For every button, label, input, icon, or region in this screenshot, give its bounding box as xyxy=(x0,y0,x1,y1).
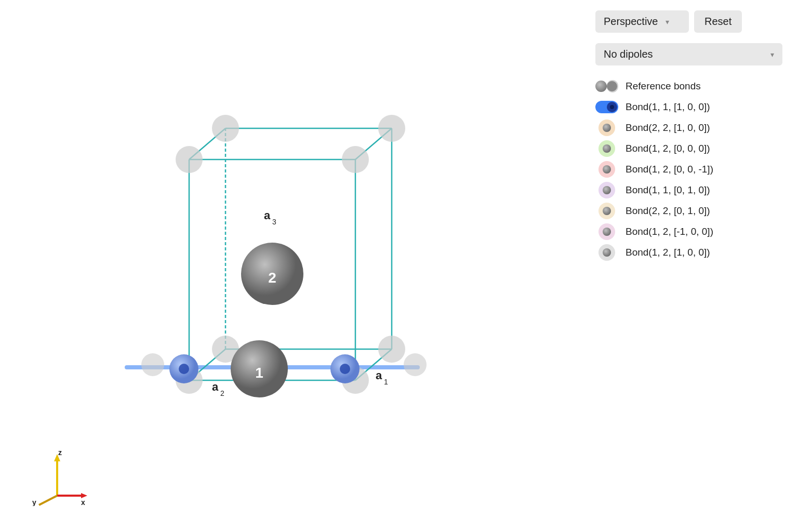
perspective-label: Perspective xyxy=(604,16,658,28)
svg-marker-41 xyxy=(81,493,87,498)
legend-icon-bond-1-2--100 xyxy=(595,224,618,239)
svg-text:2: 2 xyxy=(220,389,224,397)
legend-list: Reference bondsBond(1, 1, [1, 0, 0])Bond… xyxy=(595,78,782,261)
viewport: 2 a 3 1 a 2 a 1 z xyxy=(0,0,580,532)
svg-text:a: a xyxy=(376,369,382,382)
legend-icon-bond-1-1-100 xyxy=(595,100,618,114)
svg-point-21 xyxy=(141,353,164,376)
swatch-outer-bond-2-2-100 xyxy=(598,119,615,136)
dipoles-dropdown[interactable]: No dipoles ▾ xyxy=(595,43,782,65)
swatch-outer-bond-2-2-010 xyxy=(598,203,615,219)
swatch-inner-bond-1-2-00-1 xyxy=(603,165,611,174)
svg-text:x: x xyxy=(81,498,85,506)
dipoles-caret: ▾ xyxy=(770,50,774,59)
toggle-reference-bonds[interactable] xyxy=(607,80,618,92)
swatch-outer-bond-1-2-000 xyxy=(598,140,615,157)
svg-text:1: 1 xyxy=(384,378,388,386)
svg-point-30 xyxy=(340,364,350,374)
toggle-bond-1-1-100[interactable] xyxy=(595,101,618,113)
top-controls: Perspective ▾ Reset xyxy=(595,10,782,33)
svg-point-28 xyxy=(179,364,189,374)
legend-label-bond-2-2-100: Bond(2, 2, [1, 0, 0]) xyxy=(626,122,710,134)
svg-line-43 xyxy=(39,496,57,505)
legend-icon-bond-1-2-00-1 xyxy=(595,162,618,177)
perspective-dropdown[interactable]: Perspective ▾ xyxy=(595,10,689,33)
svg-text:a: a xyxy=(212,380,219,393)
legend-item-bond-2-2-010[interactable]: Bond(2, 2, [0, 1, 0]) xyxy=(595,203,782,219)
legend-label-bond-1-2-000: Bond(1, 2, [0, 0, 0]) xyxy=(626,143,710,154)
legend-icon-bond-1-2-100 xyxy=(595,245,618,260)
svg-point-13 xyxy=(176,146,203,173)
svg-text:a: a xyxy=(264,209,271,222)
swatch-outer-bond-1-2--100 xyxy=(598,223,615,240)
legend-label-bond-1-2--100: Bond(1, 2, [-1, 0, 0]) xyxy=(626,226,713,237)
legend-label-bond-2-2-010: Bond(2, 2, [0, 1, 0]) xyxy=(626,205,710,217)
legend-item-bond-1-2-100[interactable]: Bond(1, 2, [1, 0, 0]) xyxy=(595,244,782,261)
svg-text:z: z xyxy=(58,449,62,457)
legend-icon-bond-1-2-000 xyxy=(595,141,618,156)
legend-item-bond-1-2-00-1[interactable]: Bond(1, 2, [0, 0, -1]) xyxy=(595,161,782,178)
swatch-inner-bond-1-2--100 xyxy=(603,228,611,236)
molecule-scene: 2 a 3 1 a 2 a 1 xyxy=(96,84,449,448)
svg-point-15 xyxy=(378,115,405,142)
swatch-inner-bond-2-2-010 xyxy=(603,207,611,215)
swatch-inner-bond-1-1-010 xyxy=(603,186,611,194)
legend-label-bond-1-1-100: Bond(1, 1, [1, 0, 0]) xyxy=(626,101,710,113)
svg-point-14 xyxy=(342,146,369,173)
svg-text:2: 2 xyxy=(268,270,276,286)
legend-item-bond-2-2-100[interactable]: Bond(2, 2, [1, 0, 0]) xyxy=(595,119,782,136)
legend-icon-bond-1-1-010 xyxy=(595,183,618,197)
legend-item-bond-1-2-000[interactable]: Bond(1, 2, [0, 0, 0]) xyxy=(595,140,782,157)
legend-item-bond-1-1-100[interactable]: Bond(1, 1, [1, 0, 0]) xyxy=(595,99,782,115)
legend-label-bond-1-1-010: Bond(1, 1, [0, 1, 0]) xyxy=(626,184,710,196)
main-container: 2 a 3 1 a 2 a 1 z xyxy=(0,0,798,532)
axis-indicator: z x y xyxy=(31,449,83,501)
legend-item-reference-bonds[interactable]: Reference bonds xyxy=(595,78,782,95)
swatch-inner-bond-2-2-100 xyxy=(603,124,611,132)
reset-button[interactable]: Reset xyxy=(694,10,742,33)
swatch-outer-bond-1-2-00-1 xyxy=(598,161,615,178)
swatch-outer-bond-1-1-010 xyxy=(598,182,615,198)
svg-point-19 xyxy=(378,336,405,363)
legend-label-bond-1-2-100: Bond(1, 2, [1, 0, 0]) xyxy=(626,247,710,258)
svg-text:1: 1 xyxy=(255,365,263,381)
legend-icon-reference-bonds xyxy=(595,79,618,94)
svg-text:3: 3 xyxy=(272,218,276,226)
svg-point-22 xyxy=(404,353,427,376)
right-panel: Perspective ▾ Reset No dipoles ▾ Referen… xyxy=(580,0,798,532)
legend-icon-bond-2-2-010 xyxy=(595,204,618,218)
perspective-caret: ▾ xyxy=(666,18,669,26)
swatch-outer-bond-1-2-100 xyxy=(598,244,615,261)
legend-icon-bond-2-2-100 xyxy=(595,121,618,135)
swatch-reference-bonds xyxy=(595,81,607,92)
svg-point-16 xyxy=(212,115,239,142)
legend-item-bond-1-2--100[interactable]: Bond(1, 2, [-1, 0, 0]) xyxy=(595,223,782,240)
dipoles-label: No dipoles xyxy=(604,48,653,60)
svg-text:y: y xyxy=(32,498,36,506)
legend-item-bond-1-1-010[interactable]: Bond(1, 1, [0, 1, 0]) xyxy=(595,182,782,198)
legend-label-reference-bonds: Reference bonds xyxy=(626,81,701,92)
legend-label-bond-1-2-00-1: Bond(1, 2, [0, 0, -1]) xyxy=(626,164,713,175)
swatch-inner-bond-1-2-100 xyxy=(603,248,611,257)
swatch-inner-bond-1-2-000 xyxy=(603,144,611,153)
